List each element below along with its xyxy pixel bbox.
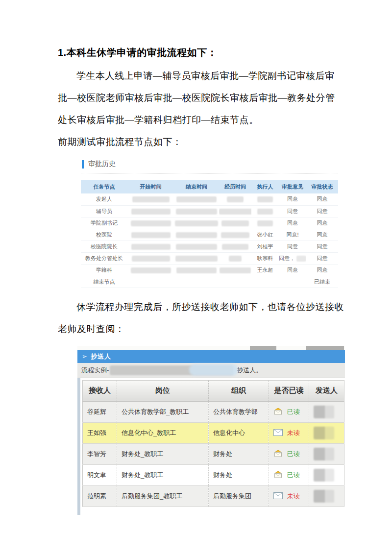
redacted-text: [176, 244, 217, 250]
table-header-row: 任务节点 开始时间 结束时间 经历时间 执行人 审批意见 审批状态: [81, 180, 338, 193]
status-cell: 同意: [306, 252, 338, 264]
redacted-text: [175, 256, 218, 262]
read-status-label: 未读: [287, 492, 300, 500]
instance-prefix: 流程实例-: [81, 366, 109, 375]
redacted-text: [220, 267, 251, 273]
paragraph-line: 批—校医院老师审核后审批—校医院院长审核后审批—教务处分管: [58, 87, 336, 109]
opinion-cell: [279, 276, 306, 288]
duration-cell: [219, 252, 251, 264]
duration-cell: [219, 193, 251, 205]
redacted-sender: [314, 427, 334, 439]
redacted-sender: [314, 406, 334, 418]
start-time-cell: [127, 217, 174, 229]
end-time-cell: [174, 252, 219, 264]
table-header-row: 接收人 岗位 组织 是否已读 发送人: [83, 380, 344, 401]
position-cell: 财务处_教职工: [117, 464, 209, 485]
sender-cell: [309, 422, 344, 443]
instance-info-row: 流程实例- 抄送人。: [77, 363, 345, 378]
redacted-text: [221, 220, 249, 226]
start-time-cell: [127, 193, 174, 205]
envelope-closed-icon: [273, 429, 283, 436]
position-cell: 财务处_教职工: [117, 443, 209, 464]
redacted-text: [132, 256, 170, 262]
duration-cell: [219, 229, 251, 241]
redacted-block: [306, 346, 344, 350]
redacted-text: [131, 232, 171, 238]
executor-cell: [251, 193, 279, 205]
recipient-name-cell: 谷延辉: [83, 401, 117, 422]
position-cell: 信息化中心_教职工: [117, 422, 209, 443]
column-header: 审批状态: [306, 180, 338, 193]
envelope-closed-icon: [273, 492, 283, 499]
executor-cell: [251, 217, 279, 229]
redacted-text: [131, 220, 171, 226]
arrow-icon: ➢: [82, 353, 88, 360]
status-cell: 同意: [306, 241, 338, 252]
cc-panel-title: 抄送人: [91, 352, 111, 361]
page-title: 1.本科生休学申请的审批流程如下：: [58, 45, 336, 60]
section-title: 审批历史: [88, 160, 116, 169]
organization-cell: 后勤服务集团: [209, 485, 269, 506]
redacted-text: [176, 232, 217, 238]
redacted-text: [176, 196, 217, 202]
opinion-cell: 同意: [279, 264, 306, 276]
envelope-open-icon: [273, 450, 283, 457]
task-node-cell: 学院副书记: [81, 217, 127, 229]
opinion-cell: 同意，: [279, 252, 306, 264]
end-time-cell: [174, 193, 219, 205]
status-cell: 同意: [306, 264, 338, 276]
approval-history-screenshot: 审批历史 任务节点 开始时间 结束时间 经历时间 执行人 审批意见 审批状态: [81, 157, 338, 288]
executor-cell: 张小红: [251, 229, 279, 241]
executor-cell: 刘桂宇: [251, 241, 279, 252]
column-header: 执行人: [251, 180, 279, 193]
executor-cell: [251, 276, 279, 288]
duration-cell: [219, 276, 251, 288]
task-node-cell: 辅导员: [81, 205, 127, 217]
task-node-cell: 学籍科: [81, 264, 127, 276]
section-header: 审批历史: [81, 157, 338, 173]
redacted-block: [250, 346, 276, 350]
table-row: 范明素 后勤服务集团_教职工 后勤服务集团 未读: [83, 485, 344, 506]
duration-cell: [219, 241, 251, 252]
column-header: 经历时间: [219, 180, 251, 193]
status-cell: 同意: [306, 229, 338, 241]
status-cell: 同意: [306, 217, 338, 229]
start-time-cell: [127, 229, 174, 241]
read-status-cell: 未读: [269, 422, 309, 443]
document-page: 1.本科生休学申请的审批流程如下： 学生本人线上申请—辅导员审核后审批—学院副书…: [0, 0, 392, 554]
read-status-cell: 已读: [269, 464, 309, 485]
start-time-cell: [127, 205, 174, 217]
envelope-open-icon: [273, 471, 283, 478]
dotted-divider: [81, 173, 338, 173]
table-row: 校医院 张小红 同意! 同意: [81, 229, 338, 241]
read-status-label: 未读: [287, 429, 300, 436]
column-header: 发送人: [309, 380, 344, 401]
table-row: 学籍科 王永超 同意 同意: [81, 264, 338, 276]
recipient-name-cell: 明文聿: [83, 464, 117, 485]
read-status-cell: 已读: [269, 443, 309, 464]
cc-intro-line: 休学流程办理完成后，所抄送接收老师如下，也请各位抄送接收: [58, 296, 336, 318]
column-header: 审批意见: [279, 180, 306, 193]
opinion-cell: 同意: [279, 205, 306, 217]
sender-cell: [309, 485, 344, 506]
table-row: 校医院院长 刘桂宇 同意 同意: [81, 241, 338, 252]
end-time-cell: [174, 229, 219, 241]
browser-top-strip: [77, 346, 345, 350]
position-cell: 公共体育教学部_教职工: [117, 401, 209, 422]
read-status-label: 已读: [287, 408, 300, 415]
redacted-sender: [314, 448, 334, 460]
redacted-text: [229, 256, 242, 262]
position-cell: 后勤服务集团_教职工: [117, 485, 209, 506]
column-header: 开始时间: [127, 180, 174, 193]
recipient-name-cell: 李智芳: [83, 443, 117, 464]
end-time-cell: [174, 264, 219, 276]
end-time-cell: [174, 217, 219, 229]
cc-panel-title-bar: ➢ 抄送人: [77, 350, 345, 363]
end-time-cell: [174, 241, 219, 252]
redacted-sender: [314, 469, 334, 482]
end-time-cell: [174, 205, 219, 217]
note-line: 前期测试审批流程节点如下：: [58, 131, 336, 153]
recipient-name-cell: 范明素: [83, 485, 117, 506]
executor-cell: [251, 205, 279, 217]
opinion-cell: 同意!: [279, 229, 306, 241]
